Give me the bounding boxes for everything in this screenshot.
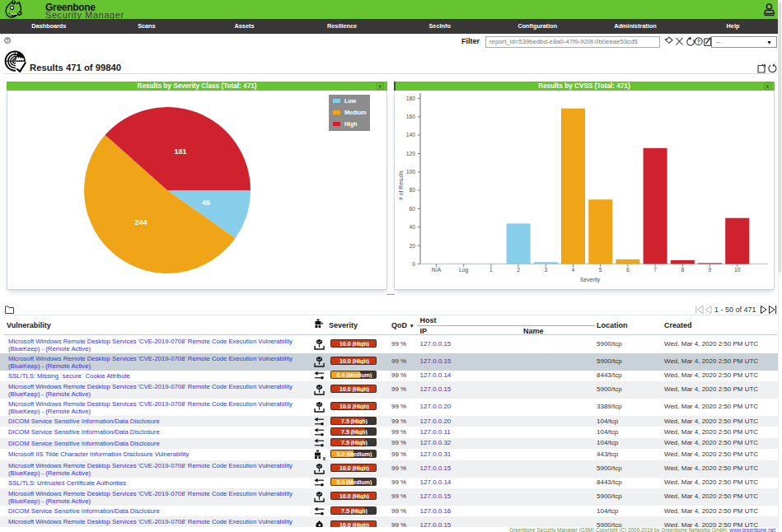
svg-text:?: ?	[697, 39, 700, 44]
svg-text:120: 120	[406, 151, 416, 156]
svg-text:1: 1	[489, 267, 493, 273]
svg-text:40: 40	[409, 224, 415, 230]
svg-text:2: 2	[517, 267, 520, 273]
svg-text:6: 6	[626, 267, 630, 273]
svg-text:80: 80	[409, 187, 415, 193]
svg-text:140: 140	[406, 132, 416, 138]
svg-text:1 - 50 of 471: 1 - 50 of 471	[714, 306, 756, 314]
svg-text:7: 7	[653, 267, 657, 273]
svg-text:20: 20	[409, 243, 415, 249]
svg-text:N/A: N/A	[432, 267, 442, 273]
svg-text:?: ?	[6, 38, 9, 43]
svg-text:100: 100	[406, 169, 416, 175]
svg-text:Log: Log	[459, 267, 469, 273]
svg-text:10: 10	[734, 267, 741, 273]
svg-text:# of Results: # of Results	[398, 170, 404, 199]
svg-text:0: 0	[412, 261, 415, 267]
svg-text:181: 181	[174, 147, 186, 156]
svg-text:46: 46	[202, 198, 210, 207]
svg-text:160: 160	[406, 114, 416, 119]
svg-text:3: 3	[544, 267, 547, 273]
svg-text:60: 60	[409, 206, 415, 212]
svg-text:180: 180	[406, 96, 416, 101]
svg-text:244: 244	[134, 218, 147, 226]
svg-text:5: 5	[599, 267, 602, 273]
svg-text:Severity: Severity	[580, 277, 601, 283]
svg-text:4: 4	[572, 267, 575, 273]
svg-text:9: 9	[709, 267, 712, 273]
svg-text:8: 8	[681, 267, 684, 273]
